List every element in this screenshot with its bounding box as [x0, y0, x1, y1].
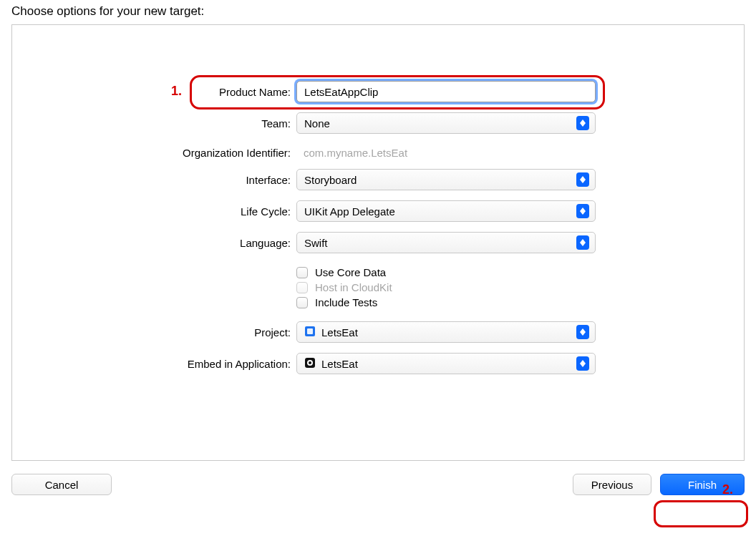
row-interface: Interface: Storyboard [12, 169, 744, 190]
svg-point-4 [309, 361, 311, 364]
button-bar: Cancel Previous Finish [11, 474, 745, 495]
row-project: Project: LetsEat [12, 321, 744, 343]
team-select[interactable]: None [296, 112, 596, 134]
language-select-value: Swift [304, 237, 328, 249]
label-lifecycle: Life Cycle: [12, 205, 296, 218]
row-language: Language: Swift [12, 232, 744, 253]
row-lifecycle: Life Cycle: UIKit App Delegate [12, 200, 744, 222]
previous-button[interactable]: Previous [573, 474, 651, 495]
finish-button-label: Finish [688, 479, 717, 491]
row-product-name: Product Name: [12, 81, 744, 102]
callout-number-2: 2. [722, 482, 733, 497]
chevron-updown-icon [576, 116, 589, 130]
checkbox-host-cloudkit [296, 282, 308, 293]
form-area: Product Name: Team: None [12, 81, 744, 384]
product-name-input[interactable] [296, 81, 596, 102]
row-org-identifier: Organization Identifier: com.myname.Lets… [12, 144, 744, 162]
interface-select-value: Storyboard [304, 174, 357, 186]
project-select-value: LetsEat [321, 326, 358, 338]
language-select[interactable]: Swift [296, 232, 596, 253]
chevron-updown-icon [576, 325, 589, 339]
chevron-updown-icon [576, 235, 589, 250]
xcodeproj-icon [304, 326, 316, 339]
org-identifier-value: com.myname.LetsEat [296, 144, 596, 162]
page-root: Choose options for your new target: 1. P… [0, 0, 756, 508]
checkbox-label-include-tests: Include Tests [315, 296, 377, 308]
label-interface: Interface: [12, 174, 296, 186]
options-panel: 1. Product Name: Team: None [11, 24, 745, 461]
checkbox-label-core-data: Use Core Data [315, 266, 386, 278]
project-select[interactable]: LetsEat [296, 321, 596, 343]
label-product-name: Product Name: [12, 86, 296, 98]
svg-rect-1 [307, 328, 313, 334]
checkbox-use-core-data[interactable] [296, 267, 308, 278]
cancel-button-label: Cancel [45, 479, 79, 491]
checkbox-include-tests[interactable] [296, 297, 308, 308]
label-project: Project: [12, 326, 296, 338]
app-icon [304, 357, 316, 371]
row-checkboxes: Use Core Data Host in CloudKit Include T… [12, 263, 744, 311]
previous-button-label: Previous [591, 479, 633, 491]
lifecycle-select-value: UIKit App Delegate [304, 205, 395, 218]
checkbox-row-core-data[interactable]: Use Core Data [296, 266, 596, 278]
row-team: Team: None [12, 112, 744, 134]
chevron-updown-icon [576, 356, 589, 371]
cancel-button[interactable]: Cancel [11, 474, 112, 495]
checkbox-row-cloudkit: Host in CloudKit [296, 281, 596, 293]
embed-app-select-value: LetsEat [321, 358, 358, 370]
chevron-updown-icon [576, 204, 589, 218]
checkbox-label-cloudkit: Host in CloudKit [315, 281, 392, 293]
checkbox-row-include-tests[interactable]: Include Tests [296, 296, 596, 308]
interface-select[interactable]: Storyboard [296, 169, 596, 190]
team-select-value: None [304, 117, 330, 130]
row-embed-app: Embed in Application: LetsEat [12, 353, 744, 374]
label-team: Team: [12, 117, 296, 130]
label-language: Language: [12, 237, 296, 249]
page-header: Choose options for your new target: [11, 0, 745, 24]
label-embed-app: Embed in Application: [12, 358, 296, 370]
label-org-identifier: Organization Identifier: [12, 147, 296, 159]
chevron-updown-icon [576, 172, 589, 187]
lifecycle-select[interactable]: UIKit App Delegate [296, 200, 596, 222]
embed-app-select[interactable]: LetsEat [296, 353, 596, 374]
